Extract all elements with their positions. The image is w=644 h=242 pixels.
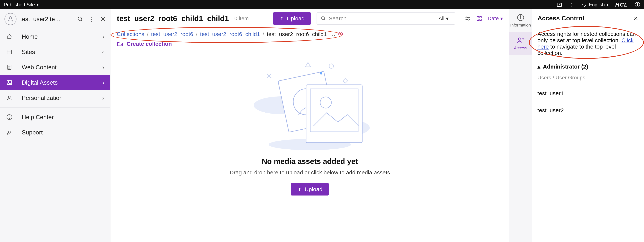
svg-rect-1	[560, 4, 561, 5]
svg-point-5	[9, 17, 12, 19]
empty-illustration	[244, 57, 375, 154]
user-row[interactable]: test_user1	[532, 85, 644, 102]
svg-point-17	[8, 82, 9, 83]
breadcrumb-link[interactable]: Collections	[117, 31, 144, 37]
breadcrumb-separator: /	[263, 31, 264, 37]
empty-state: No media assets added yet Drag and drop …	[110, 49, 509, 242]
section-subheader: Users / User Groups	[532, 73, 644, 85]
brand-logo: HCL	[615, 1, 628, 8]
caret-down-icon: ▾	[37, 2, 38, 7]
svg-point-20	[9, 118, 10, 119]
nav-label: Digital Assets	[22, 79, 58, 86]
wrench-icon	[6, 129, 13, 136]
sidebar-header: test_user2 tes… ⋮	[0, 9, 110, 29]
search-input[interactable]	[329, 15, 436, 22]
chevron-right-icon: ›	[102, 64, 104, 71]
svg-line-22	[324, 19, 325, 20]
close-icon[interactable]	[100, 15, 106, 23]
nav-home[interactable]: Home ›	[0, 29, 110, 44]
chevron-right-icon: ›	[102, 95, 104, 101]
svg-rect-28	[480, 16, 481, 18]
svg-point-4	[637, 3, 638, 4]
username-label: test_user2 tes…	[20, 16, 62, 23]
home-icon	[6, 33, 13, 40]
svg-rect-16	[7, 81, 12, 84]
administrator-section-toggle[interactable]: ▴ Administrator (2)	[532, 60, 644, 73]
svg-rect-30	[480, 19, 481, 21]
info-icon[interactable]	[635, 2, 640, 7]
filter-dropdown[interactable]: All ▾	[436, 15, 451, 22]
sort-label: Date	[488, 15, 499, 21]
svg-point-21	[322, 17, 324, 20]
published-site-dropdown[interactable]: Published Site ▾	[4, 2, 38, 8]
svg-rect-10	[7, 50, 12, 54]
svg-point-46	[320, 72, 322, 75]
language-dropdown[interactable]: English ▾	[581, 2, 608, 8]
window-icon[interactable]	[556, 2, 562, 7]
nav-support[interactable]: Support	[0, 125, 110, 140]
chevron-down-icon: ›	[100, 51, 107, 53]
page-title: test_user2_root6_child1_child1	[117, 14, 229, 23]
info-icon[interactable]	[338, 32, 343, 37]
main-header: test_user2_root6_child1_child1 0 item Up…	[110, 9, 509, 26]
published-site-label: Published Site	[4, 2, 35, 8]
sidebar: test_user2 tes… ⋮ Home › Sites ›	[0, 9, 110, 242]
kebab-menu-icon[interactable]: ⋮	[88, 15, 95, 23]
breadcrumb-separator: /	[147, 31, 148, 37]
search-icon[interactable]	[77, 15, 83, 23]
nav-label: Help Center	[22, 114, 54, 121]
upload-button[interactable]: Upload	[291, 183, 329, 196]
nav-label: Support	[22, 129, 43, 136]
svg-point-18	[8, 96, 10, 98]
empty-subtext: Drag and drop here to upload or click be…	[230, 169, 390, 176]
svg-marker-44	[305, 62, 310, 67]
chevron-right-icon: ›	[102, 33, 104, 40]
grid-view-icon[interactable]	[476, 16, 482, 21]
user-row[interactable]: test_user2	[532, 102, 644, 119]
breadcrumb-link[interactable]: test_user2_root6	[151, 31, 193, 37]
create-collection-button[interactable]: Create collection	[117, 41, 172, 47]
panel-message: Access rights for nested collections can…	[532, 27, 644, 60]
rail-label: Information	[510, 23, 531, 28]
sliders-icon[interactable]	[464, 15, 471, 22]
caret-up-icon: ▴	[538, 63, 540, 70]
access-control-panel: Access Control Access rights for nested …	[532, 9, 644, 242]
nav-help-center[interactable]: Help Center	[0, 110, 110, 125]
item-count: 0 item	[234, 15, 248, 21]
svg-rect-27	[477, 16, 479, 18]
primary-nav: Home › Sites › Web Content › Digital Ass…	[0, 29, 110, 106]
upload-label: Upload	[304, 186, 322, 193]
section-title: Administrator (2)	[543, 63, 588, 70]
upload-button[interactable]: Upload	[273, 12, 311, 25]
language-label: English	[589, 2, 605, 8]
breadcrumb-current: test_user2_root6_child1_…	[267, 31, 336, 37]
nav-digital-assets[interactable]: Digital Assets ›	[0, 75, 110, 90]
kebab-menu-icon[interactable]: ⋮	[569, 1, 574, 8]
rail-tab-access[interactable]: Access	[510, 32, 532, 55]
details-rail: Information Access	[509, 9, 532, 242]
panel-header: Access Control	[532, 9, 644, 27]
caret-down-icon: ▾	[500, 15, 503, 22]
nav-personalization[interactable]: Personalization ›	[0, 90, 110, 106]
chevron-right-icon: ›	[102, 79, 104, 86]
svg-rect-41	[306, 85, 362, 143]
nav-sites[interactable]: Sites ›	[0, 44, 110, 60]
svg-point-26	[468, 19, 469, 20]
sort-dropdown[interactable]: Date ▾	[488, 15, 503, 22]
person-icon	[6, 95, 13, 101]
upload-label: Upload	[287, 15, 304, 22]
main-content: test_user2_root6_child1_child1 0 item Up…	[110, 9, 509, 242]
breadcrumb-separator: /	[196, 31, 197, 37]
search-icon	[320, 16, 326, 21]
nav-label: Web Content	[22, 64, 56, 71]
top-bar: Published Site ▾ ⋮ English ▾ HCL	[0, 0, 644, 9]
close-icon[interactable]	[633, 16, 638, 21]
svg-line-7	[81, 20, 82, 21]
help-icon	[6, 114, 13, 121]
nav-web-content[interactable]: Web Content ›	[0, 60, 110, 75]
rail-tab-information[interactable]: Information	[510, 9, 532, 32]
avatar-icon[interactable]	[4, 13, 16, 25]
breadcrumb-link[interactable]: test_user2_root6_child1	[200, 31, 260, 37]
svg-point-50	[520, 16, 521, 16]
search-box[interactable]: All ▾	[316, 12, 455, 25]
